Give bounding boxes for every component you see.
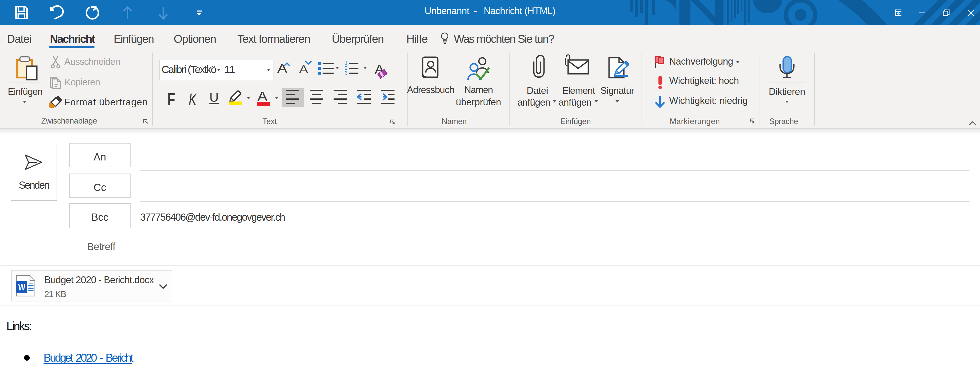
svg-text:U: U [209, 91, 219, 104]
svg-text:K: K [189, 90, 197, 109]
svg-text:A: A [299, 63, 308, 75]
svg-text:F: F [167, 89, 175, 109]
svg-text:A: A [257, 89, 267, 104]
svg-text:W: W [18, 282, 25, 292]
svg-text:3: 3 [345, 70, 347, 76]
